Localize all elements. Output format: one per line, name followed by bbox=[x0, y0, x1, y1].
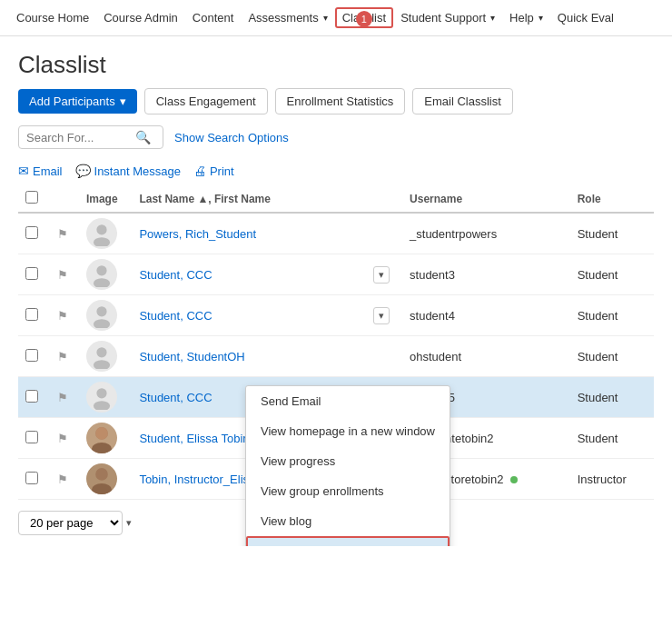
flag-icon[interactable]: ⚑ bbox=[57, 391, 68, 404]
table-row: ⚑ Powers, Rich_Student _studentrpowers S… bbox=[18, 213, 654, 254]
role-cell: Student bbox=[570, 418, 654, 459]
student-name-link[interactable]: Student, Elissa Tobin bbox=[139, 432, 249, 445]
page-header: Classlist bbox=[0, 36, 672, 88]
student-name-link[interactable]: Powers, Rich_Student bbox=[139, 227, 256, 241]
svg-point-7 bbox=[94, 360, 110, 369]
toolbar: Add Participants ▾ Class Engagement Enro… bbox=[0, 88, 672, 125]
email-button[interactable]: ✉ Email bbox=[18, 164, 63, 178]
nav-item-course-home[interactable]: Course Home bbox=[9, 11, 96, 25]
action-row: ✉ Email 💬 Instant Message 🖨 Print bbox=[0, 158, 672, 185]
student-name-link[interactable]: Student, CCC bbox=[139, 391, 212, 404]
svg-point-14 bbox=[92, 483, 112, 494]
print-button[interactable]: 🖨 Print bbox=[193, 164, 234, 178]
nav-item-help[interactable]: Help ▾ bbox=[502, 11, 550, 25]
top-navigation: Course Home Course Admin Content Assessm… bbox=[0, 0, 672, 36]
per-page-select[interactable]: 20 per page 50 per page 100 per page bbox=[18, 511, 123, 535]
chat-icon: 💬 bbox=[75, 164, 91, 178]
student-name-link[interactable]: Student, StudentOH bbox=[139, 350, 244, 363]
menu-item-view-progress[interactable]: View progress bbox=[246, 446, 450, 476]
role-cell: Student bbox=[570, 295, 654, 336]
nav-link-quick-eval[interactable]: Quick Eval bbox=[550, 11, 621, 25]
svg-point-4 bbox=[96, 306, 106, 316]
classlist-table-wrap: Image Last Name ▲, First Name Username R… bbox=[0, 185, 672, 500]
search-input[interactable] bbox=[26, 131, 135, 144]
instructor-name-link[interactable]: Tobin, Instructor_Elissa bbox=[139, 473, 261, 486]
role-cell: Instructor bbox=[570, 459, 654, 500]
online-status-dot bbox=[510, 476, 518, 483]
row-dropdown-button[interactable]: ▾ bbox=[373, 266, 390, 284]
role-cell: Student bbox=[570, 377, 654, 418]
avatar bbox=[86, 259, 117, 290]
svg-point-6 bbox=[96, 347, 106, 357]
nav-item-student-support[interactable]: Student Support ▾ bbox=[393, 11, 502, 25]
nav-link-course-admin[interactable]: Course Admin bbox=[96, 11, 185, 25]
nav-item-course-admin[interactable]: Course Admin bbox=[96, 11, 185, 25]
svg-point-0 bbox=[96, 224, 106, 234]
svg-point-2 bbox=[96, 265, 106, 275]
flag-header bbox=[50, 185, 79, 213]
row-checkbox[interactable] bbox=[25, 349, 38, 362]
row-checkbox[interactable] bbox=[25, 431, 38, 443]
student-name-link[interactable]: Student, CCC bbox=[139, 268, 212, 282]
instant-message-button[interactable]: 💬 Instant Message bbox=[75, 164, 181, 178]
flag-icon[interactable]: ⚑ bbox=[57, 268, 68, 282]
nav-link-student-support[interactable]: Student Support ▾ bbox=[393, 11, 502, 25]
nav-item-classlist[interactable]: Classlist 1 bbox=[335, 7, 393, 28]
role-cell: Student bbox=[570, 336, 654, 377]
chevron-down-icon: ▾ bbox=[539, 13, 543, 23]
flag-icon[interactable]: ⚑ bbox=[57, 473, 68, 486]
name-header[interactable]: Last Name ▲, First Name bbox=[132, 185, 362, 213]
row-checkbox[interactable] bbox=[25, 472, 38, 484]
username-cell: ohstudent bbox=[402, 336, 570, 377]
select-all-checkbox[interactable] bbox=[25, 191, 38, 204]
avatar bbox=[86, 341, 117, 372]
avatar bbox=[86, 300, 117, 331]
enrollment-statistics-button[interactable]: Enrollment Statistics bbox=[275, 88, 406, 114]
svg-point-12 bbox=[95, 427, 108, 440]
menu-item-view-group-enrollments[interactable]: View group enrollments bbox=[246, 476, 450, 506]
nav-link-assessments[interactable]: Assessments ▾ bbox=[241, 11, 334, 25]
username-cell: student4 bbox=[402, 295, 570, 336]
svg-point-3 bbox=[94, 278, 110, 287]
username-cell: _studentrpowers bbox=[402, 213, 570, 254]
svg-point-8 bbox=[96, 388, 106, 398]
svg-point-11 bbox=[92, 443, 112, 453]
nav-link-content[interactable]: Content bbox=[185, 11, 242, 25]
avatar bbox=[86, 463, 117, 494]
role-header: Role bbox=[570, 185, 654, 213]
class-engagement-button[interactable]: Class Engagement bbox=[144, 88, 268, 114]
username-cell: student3 bbox=[402, 254, 570, 295]
search-box[interactable]: 🔍 bbox=[18, 125, 163, 149]
menu-item-edit-accommodations[interactable]: Edit Accommodations bbox=[246, 536, 450, 546]
menu-item-view-blog[interactable]: View blog bbox=[246, 506, 450, 536]
show-search-options-link[interactable]: Show Search Options bbox=[174, 131, 289, 144]
add-participants-button[interactable]: Add Participants ▾ bbox=[18, 89, 137, 114]
flag-icon[interactable]: ⚑ bbox=[57, 350, 68, 363]
chevron-down-icon: ▾ bbox=[490, 13, 495, 23]
chevron-down-icon: ▾ bbox=[126, 517, 132, 529]
student-name-link[interactable]: Student, CCC bbox=[139, 309, 212, 323]
email-classlist-button[interactable]: Email Classlist bbox=[412, 88, 513, 114]
nav-link-course-home[interactable]: Course Home bbox=[9, 11, 96, 25]
flag-icon[interactable]: ⚑ bbox=[57, 227, 68, 241]
svg-point-5 bbox=[94, 319, 110, 328]
chevron-down-icon: ▾ bbox=[120, 95, 126, 108]
row-checkbox[interactable] bbox=[25, 267, 38, 280]
nav-item-assessments[interactable]: Assessments ▾ bbox=[241, 11, 334, 25]
row-checkbox[interactable] bbox=[25, 390, 38, 403]
flag-icon[interactable]: ⚑ bbox=[57, 309, 68, 323]
table-row: ⚑ Student, StudentOH ohstudent Student bbox=[18, 336, 654, 377]
row-checkbox[interactable] bbox=[25, 226, 38, 239]
flag-icon[interactable]: ⚑ bbox=[57, 432, 68, 445]
search-row: 🔍 Show Search Options bbox=[0, 125, 672, 158]
row-dropdown-button[interactable]: ▾ bbox=[373, 307, 390, 324]
menu-item-view-homepage[interactable]: View homepage in a new window bbox=[246, 416, 450, 446]
row-checkbox[interactable] bbox=[25, 308, 38, 321]
username-header: Username bbox=[402, 185, 570, 213]
nav-item-content[interactable]: Content bbox=[185, 11, 242, 25]
svg-point-1 bbox=[94, 237, 110, 246]
nav-link-help[interactable]: Help ▾ bbox=[502, 11, 550, 25]
menu-item-send-email[interactable]: Send Email bbox=[246, 386, 450, 416]
nav-item-quick-eval[interactable]: Quick Eval bbox=[550, 11, 621, 25]
table-row: ⚑ Student, CCC ▾ student3 Student bbox=[18, 254, 654, 295]
